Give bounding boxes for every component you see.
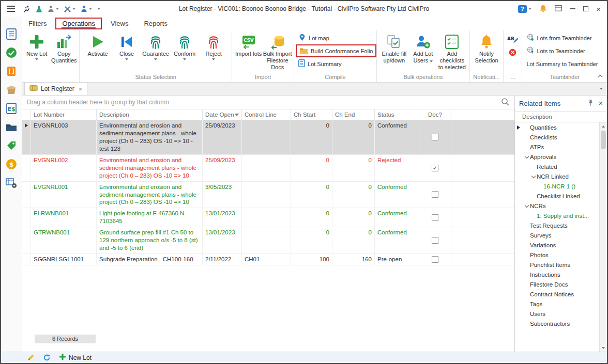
header-lot-number[interactable]: Lot Number [31,109,97,120]
header-status[interactable]: Status [375,109,419,120]
cost-register-icon[interactable]: E$ [5,102,18,115]
build-conformance-folio-button[interactable]: Build Conformance Folio [296,44,376,57]
header-date-open[interactable]: Date Open [203,109,242,120]
header-ch-end[interactable]: Ch End [332,109,375,120]
chevron-down-icon[interactable] [97,8,100,10]
tree-item-ncr-1[interactable]: 16-NCR 1 () [515,181,599,191]
close-panel-icon[interactable]: × [599,99,603,107]
scrollbar[interactable] [599,122,607,352]
flask-icon[interactable] [36,5,42,12]
table-row[interactable]: EVGNRL002 Environmental and erosion and … [22,155,514,182]
user-gray-icon[interactable] [48,5,59,12]
lot-map-button[interactable]: Lot map [296,31,332,44]
enable-fill-button[interactable]: Enable fill up/down [379,31,408,64]
close-icon[interactable]: × [596,5,601,13]
book-icon[interactable] [5,65,18,77]
approvals-check-icon[interactable] [5,46,18,59]
tree-item-checklists[interactable]: Checklists [515,132,599,142]
doc-checkbox[interactable] [432,214,438,221]
user-blue-icon[interactable] [81,5,92,12]
tab-lot-register[interactable]: Lot Register × [24,82,87,95]
tree-item-test-requests[interactable]: Test Requests [515,220,599,230]
close-tab-icon[interactable]: × [79,85,83,93]
tree-item-surveys[interactable]: Surveys [515,230,599,240]
spell-check-icon[interactable]: AB [507,35,519,44]
new-lot-statusbar-button[interactable]: New Lot [59,353,92,362]
tab-views[interactable]: Views [104,18,135,29]
lot-register-icon[interactable] [5,28,18,40]
bucket-icon[interactable] [5,84,18,96]
tree-item-ncr-linked[interactable]: NCR Linked [515,171,599,181]
tree-item-users[interactable]: Users [515,309,599,319]
notify-selection-button[interactable]: Notify Selection [472,31,501,64]
collapse-ribbon-icon[interactable] [598,72,603,80]
minimize-icon[interactable] [570,8,575,9]
tree-item-subcontractors[interactable]: Subcontractors [515,319,599,328]
tree-item-instructions[interactable]: Instructions [515,270,599,279]
header-description[interactable]: Description [97,109,203,120]
table-row[interactable]: GTRWNB001 Ground surface prep fill #1 Ch… [22,227,514,254]
tree-item-contract-notices[interactable]: Contract Notices [515,289,599,299]
activate-button[interactable]: Activate [83,31,112,57]
scroll-up-icon[interactable] [600,122,607,130]
scroll-down-icon[interactable] [600,344,607,352]
tools-icon[interactable] [64,6,75,12]
pin-icon[interactable] [588,99,594,108]
dollar-coin-icon[interactable]: $ [5,158,18,170]
search-icon[interactable] [501,98,509,107]
lots-from-teambinder-button[interactable]: Lots from Teambinder [524,31,594,44]
table-row[interactable]: EVGNRL003 Environmental and erosion and … [22,120,514,155]
window-layout-icon[interactable] [555,5,562,13]
lot-summary-button[interactable]: Lot Summary [296,57,344,70]
folder-icon[interactable] [5,121,18,133]
tag-icon[interactable] [5,139,18,152]
lots-to-teambinder-button[interactable]: Lots to Teambinder [524,44,587,57]
tree-item-variations[interactable]: Variations [515,240,599,250]
chevron-expanded-icon[interactable] [525,154,529,158]
tab-filters[interactable]: Filters [22,18,53,29]
table-settings-icon[interactable] [5,177,18,189]
doc-checkbox[interactable]: ✓ [432,165,438,171]
doc-checkbox[interactable] [432,191,438,198]
doc-checkbox[interactable] [432,134,438,140]
doc-checkbox[interactable] [432,256,438,263]
maximize-icon[interactable] [583,6,588,11]
chevron-expanded-icon[interactable] [531,173,536,178]
notifications-bell-icon[interactable] [539,4,547,14]
chevron-down-icon[interactable] [600,88,603,90]
tree-item-supply[interactable]: 1: Supply and inst... [515,211,599,220]
app-menu-icon[interactable] [1,6,21,12]
lot-summary-to-teambinder-button[interactable]: Lot Summary to Teambinder [524,57,600,70]
doc-checkbox[interactable] [432,237,438,244]
tab-operations[interactable]: Operations [55,18,102,29]
refresh-icon[interactable] [43,354,51,361]
cancel-icon[interactable] [509,49,516,58]
group-by-bar[interactable]: Drag a column header here to group by th… [22,96,514,109]
header-control-line[interactable]: Control Line [242,109,291,120]
tab-reports[interactable]: Reports [137,18,174,29]
edit-icon[interactable] [27,354,35,361]
new-lot-button[interactable]: New Lot [23,31,51,60]
tree-item-tags[interactable]: Tags [515,299,599,309]
bulk-import-filestore-button[interactable]: Bulk Import Filestore Docs [263,31,292,71]
table-row[interactable]: SGGNRLSGL1001 Subgrade Preparation - CH1… [22,254,514,265]
tree-item-atps[interactable]: ATPs [515,142,599,152]
tree-item-photos[interactable]: Photos [515,250,599,260]
header-ch-start[interactable]: Ch Start [291,109,332,120]
add-checklists-button[interactable]: Add checklists to selected [437,31,466,71]
add-lot-users-button[interactable]: Add Lot Users [408,31,437,64]
header-doc[interactable]: Doc? [419,109,451,120]
related-column-header[interactable]: Description [522,114,552,120]
tree-item-related[interactable]: Related [515,162,599,171]
tree-item-approvals[interactable]: Approvals [515,152,599,162]
help-button[interactable]: ? [518,5,531,13]
activity-icon[interactable] [23,5,31,13]
tree-item-quantities[interactable]: Quantities [515,122,599,132]
tree-item-checklist-linked[interactable]: Checklist Linked [515,191,599,201]
tree-item-punchlist[interactable]: Punchlist Items [515,260,599,270]
conform-button[interactable]: Conform [170,31,199,60]
tree-item-filestore-docs[interactable]: Filestore Docs [515,279,599,289]
guarantee-button[interactable]: Guarantee [141,31,170,60]
scrollbar-thumb[interactable] [601,131,606,149]
close-lot-button[interactable]: Close [112,31,141,60]
